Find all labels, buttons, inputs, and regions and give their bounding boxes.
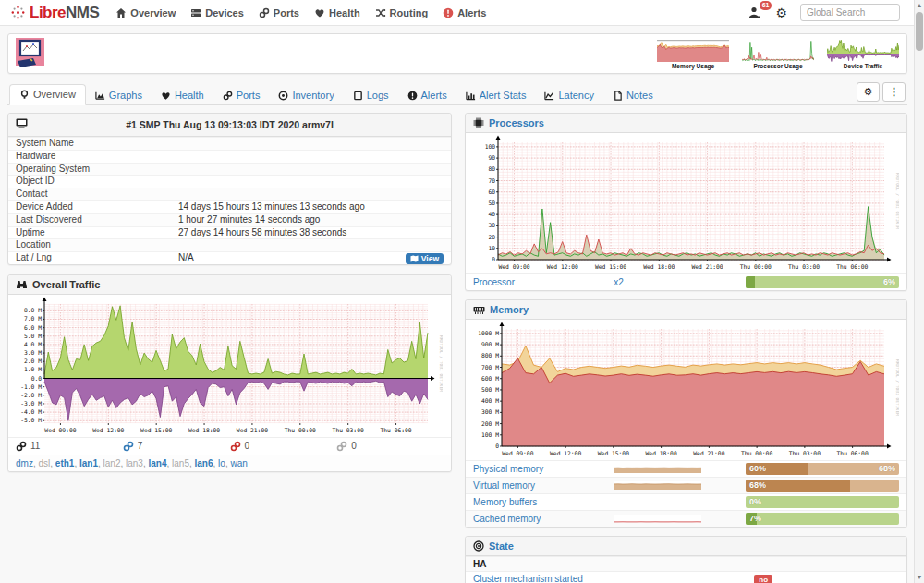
svg-text:Wed 21:00: Wed 21:00 xyxy=(691,263,723,270)
nav-routing[interactable]: Routing xyxy=(375,7,429,18)
memory-row-physical: Physical memory 60% 68% xyxy=(466,460,906,477)
svg-text:3.0 M: 3.0 M xyxy=(24,349,42,356)
device-icon xyxy=(16,38,44,70)
svg-text:Wed 21:00: Wed 21:00 xyxy=(693,450,724,456)
mini-graphs: Memory Usage Processor Usage Device Traf… xyxy=(657,39,899,69)
virtual-memory-link[interactable]: Virtual memory xyxy=(473,480,614,491)
memory-buffers-bar: 0% xyxy=(746,496,899,508)
system-info-table: System Name Hardware Operating System Ob… xyxy=(8,137,451,264)
mini-processor-graph[interactable]: Processor Usage xyxy=(742,39,814,69)
system-info-header: #1 SMP Thu Aug 13 09:13:03 IDT 2020 armv… xyxy=(8,114,451,137)
info-row-device-added: Device Added14 days 15 hours 13 minutes … xyxy=(8,200,451,213)
physical-memory-link[interactable]: Physical memory xyxy=(473,464,614,474)
port-link-lan2[interactable]: lan2 xyxy=(103,458,126,468)
port-link-lan6[interactable]: lan6 xyxy=(195,458,219,468)
info-row-last-discovered: Last Discovered1 hour 27 minutes 14 seco… xyxy=(8,213,451,226)
overall-traffic-chart[interactable]: 8.0 M7.0 M6.0 M5.0 M4.0 M3.0 M2.0 M1.0 M… xyxy=(13,297,443,435)
svg-text:40: 40 xyxy=(488,211,495,217)
svg-text:Thu 00:00: Thu 00:00 xyxy=(740,263,772,270)
memory-header[interactable]: Memory xyxy=(466,300,906,320)
svg-text:Thu 06:00: Thu 06:00 xyxy=(837,450,869,456)
microchip-icon xyxy=(473,117,484,128)
main-menu: Overview Devices Ports Health Routing Al… xyxy=(116,7,486,18)
svg-text:-2.0 M: -2.0 M xyxy=(20,392,42,398)
scroll-thumb[interactable] xyxy=(916,12,923,51)
tab-notes[interactable]: Notes xyxy=(603,86,663,105)
view-map-button[interactable]: View xyxy=(406,253,444,264)
cached-memory-link[interactable]: Cached memory xyxy=(473,514,614,524)
nav-health[interactable]: Health xyxy=(314,7,360,18)
tab-alert-stats[interactable]: Alert Stats xyxy=(456,86,536,105)
device-tabs: Overview Graphs Health Ports Inventory L… xyxy=(7,82,907,105)
processor-row: Processor x2 6% xyxy=(466,273,906,290)
tab-inventory[interactable]: Inventory xyxy=(269,86,343,105)
svg-text:-5.0 M: -5.0 M xyxy=(20,417,42,423)
svg-text:7.0 M: 7.0 M xyxy=(24,315,42,322)
memory-panel: Memory 1000 M900 M800 M700 M600 M500 M40… xyxy=(465,299,907,528)
port-link-lan3[interactable]: lan3 xyxy=(126,458,148,468)
port-link-eth1[interactable]: eth1 xyxy=(55,458,79,468)
link-down-icon xyxy=(230,441,241,452)
mini-traffic-graph[interactable]: Device Traffic xyxy=(827,39,899,69)
svg-text:4.0 M: 4.0 M xyxy=(24,341,42,347)
svg-text:Wed 09:00: Wed 09:00 xyxy=(498,263,529,270)
scroll-up-arrow[interactable]: ▲ xyxy=(915,0,924,11)
tab-alerts[interactable]: Alerts xyxy=(398,86,456,105)
settings-gear-icon[interactable]: ⚙ xyxy=(775,6,787,20)
memory-buffers-link[interactable]: Memory buffers xyxy=(473,497,614,507)
port-link-lan4[interactable]: lan4 xyxy=(148,458,172,468)
page-menu-button[interactable]: ⋮ xyxy=(882,82,906,102)
memory-chart[interactable]: 1000 M900 M800 M700 M600 M500 M400 M300 … xyxy=(470,322,899,458)
svg-text:Wed 12:00: Wed 12:00 xyxy=(550,450,581,456)
state-header[interactable]: State xyxy=(466,537,906,556)
svg-text:90: 90 xyxy=(488,154,495,161)
processors-header[interactable]: Processors xyxy=(466,114,906,133)
mini-memory-chart xyxy=(657,39,729,63)
nav-devices[interactable]: Devices xyxy=(190,7,244,18)
navbar-right: 61 ⚙ xyxy=(748,4,911,21)
page-scrollbar[interactable]: ▲ ▼ xyxy=(914,0,924,583)
nav-overview[interactable]: Overview xyxy=(116,7,176,18)
cluster-mechanism-link[interactable]: Cluster mechanism started xyxy=(473,574,754,583)
port-link-dsl[interactable]: dsl xyxy=(38,458,55,468)
map-icon xyxy=(410,255,419,262)
processor-usage-bar: 6% xyxy=(746,276,899,288)
processor-link[interactable]: Processor xyxy=(473,277,614,287)
virtual-memory-sparkline[interactable] xyxy=(614,480,701,491)
librenms-logo[interactable]: LibreNMS xyxy=(11,4,99,22)
tab-ports[interactable]: Ports xyxy=(213,86,270,105)
port-link-dmz[interactable]: dmz xyxy=(16,458,38,468)
svg-text:50: 50 xyxy=(488,200,495,206)
svg-text:Wed 12:00: Wed 12:00 xyxy=(547,263,578,270)
mini-memory-graph[interactable]: Memory Usage xyxy=(657,39,729,69)
processors-panel: Processors 1009080706050403020100Wed 09:… xyxy=(465,113,907,291)
tab-logs[interactable]: Logs xyxy=(344,86,398,105)
notifications-button[interactable]: 61 xyxy=(748,6,762,20)
tab-health[interactable]: Health xyxy=(152,86,213,105)
top-navbar: LibreNMS Overview Devices Ports Health R… xyxy=(0,0,924,26)
heart-icon xyxy=(161,91,171,101)
port-link-lan5[interactable]: lan5 xyxy=(172,458,194,468)
info-row-latlng: Lat / Lng N/A View xyxy=(8,251,451,264)
tab-actions: ⚙ ⋮ xyxy=(857,82,906,102)
tab-graphs[interactable]: Graphs xyxy=(86,86,152,105)
svg-text:400 M: 400 M xyxy=(481,397,499,404)
port-link-lan1[interactable]: lan1 xyxy=(79,458,103,468)
port-link-lo[interactable]: lo xyxy=(218,458,230,468)
scroll-down-arrow[interactable]: ▼ xyxy=(915,572,924,583)
cached-memory-sparkline[interactable] xyxy=(614,514,701,524)
physical-memory-sparkline[interactable] xyxy=(614,464,701,474)
svg-text:0: 0 xyxy=(495,443,499,449)
state-row-cluster: Cluster mechanism started no xyxy=(466,571,906,583)
processors-chart[interactable]: 1009080706050403020100Wed 09:00Wed 12:00… xyxy=(470,135,899,272)
nav-alerts[interactable]: Alerts xyxy=(443,7,486,18)
port-link-wan[interactable]: wan xyxy=(230,458,247,468)
global-search-input[interactable] xyxy=(800,4,900,21)
tab-overview[interactable]: Overview xyxy=(9,84,86,105)
tab-latency[interactable]: Latency xyxy=(535,86,603,105)
svg-text:Wed 18:00: Wed 18:00 xyxy=(643,263,675,270)
svg-text:Wed 18:00: Wed 18:00 xyxy=(646,450,677,456)
page-settings-button[interactable]: ⚙ xyxy=(857,82,880,102)
nav-ports[interactable]: Ports xyxy=(259,7,299,18)
alert-circle-icon xyxy=(443,7,454,18)
